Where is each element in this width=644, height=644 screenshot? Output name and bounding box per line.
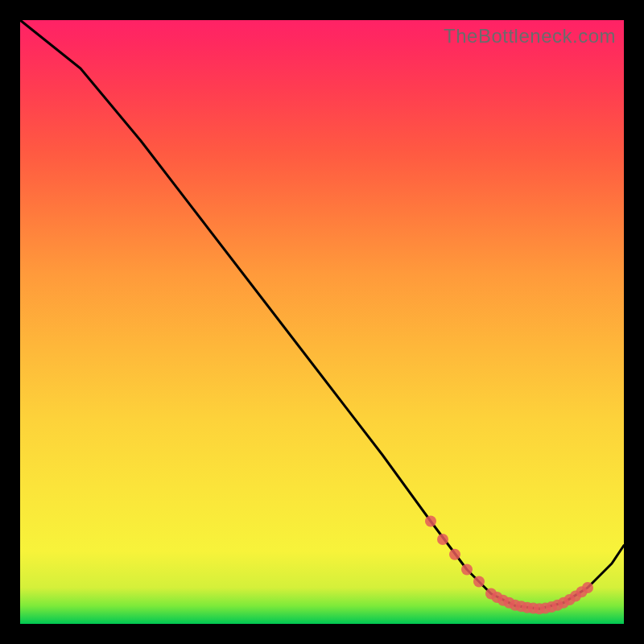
svg-point-4 (473, 576, 485, 588)
svg-point-0 (425, 516, 436, 527)
plot-area: TheBottleneck.com (20, 20, 624, 624)
bottleneck-curve (20, 20, 624, 609)
svg-point-3 (461, 564, 473, 576)
highlight-dots (425, 516, 593, 615)
chart-frame: TheBottleneck.com (0, 0, 644, 644)
curve-layer (20, 20, 624, 624)
svg-point-1 (437, 534, 448, 545)
svg-point-21 (582, 582, 593, 593)
svg-point-2 (449, 549, 460, 560)
